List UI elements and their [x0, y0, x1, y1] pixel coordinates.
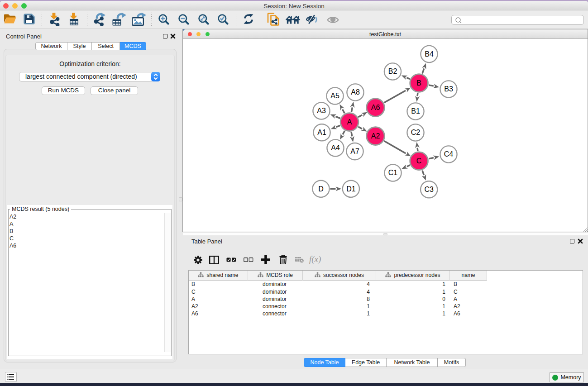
svg-text:A1: A1: [317, 129, 326, 136]
svg-text:B4: B4: [425, 50, 434, 58]
svg-text:B1: B1: [411, 107, 420, 115]
svg-text:A5: A5: [330, 92, 339, 100]
svg-text:A2: A2: [371, 132, 380, 140]
svg-text:A7: A7: [350, 148, 359, 155]
svg-text:D1: D1: [346, 185, 356, 193]
svg-text:C: C: [416, 157, 422, 165]
svg-text:A8: A8: [351, 88, 360, 96]
svg-text:A4: A4: [331, 144, 340, 152]
svg-text:C4: C4: [444, 150, 454, 158]
svg-text:B2: B2: [388, 67, 397, 75]
svg-text:C2: C2: [411, 129, 421, 136]
svg-text:C1: C1: [388, 169, 398, 176]
svg-text:D: D: [318, 185, 324, 193]
svg-text:B: B: [416, 79, 421, 87]
svg-text:A: A: [347, 118, 352, 126]
svg-text:B3: B3: [444, 85, 453, 93]
svg-text:A3: A3: [317, 107, 326, 114]
svg-text:A6: A6: [371, 104, 380, 111]
svg-text:C3: C3: [424, 186, 434, 193]
